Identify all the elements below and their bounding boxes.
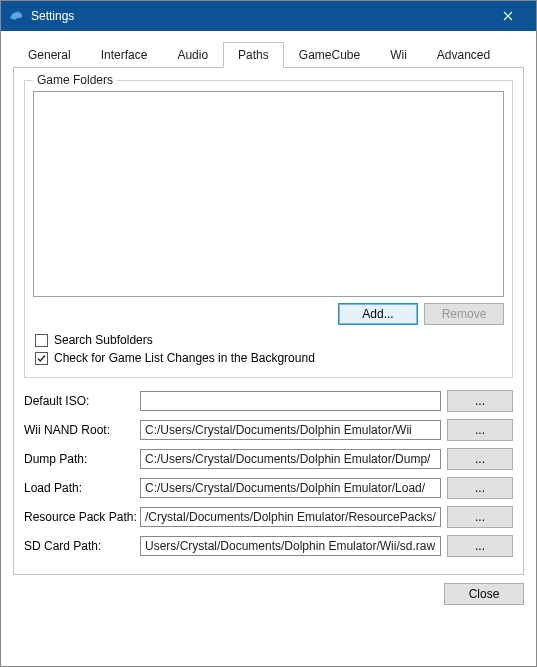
game-folders-group: Game Folders Add... Remove Search Subfol… xyxy=(24,80,513,378)
check-background-checkbox[interactable] xyxy=(35,352,48,365)
dolphin-icon xyxy=(7,7,25,25)
wii-nand-root-browse-button[interactable]: ... xyxy=(447,419,513,441)
default-iso-input[interactable] xyxy=(140,391,441,411)
game-folders-listbox[interactable] xyxy=(33,91,504,297)
resource-pack-path-row: Resource Pack Path: ... xyxy=(24,506,513,528)
add-button[interactable]: Add... xyxy=(338,303,418,325)
sd-card-path-input[interactable] xyxy=(140,536,441,556)
resource-pack-path-input[interactable] xyxy=(140,507,441,527)
sd-card-path-row: SD Card Path: ... xyxy=(24,535,513,557)
search-subfolders-row[interactable]: Search Subfolders xyxy=(33,333,504,347)
tab-gamecube[interactable]: GameCube xyxy=(284,42,375,68)
dump-path-row: Dump Path: ... xyxy=(24,448,513,470)
dump-path-input[interactable] xyxy=(140,449,441,469)
paths-panel: Game Folders Add... Remove Search Subfol… xyxy=(13,68,524,575)
tab-general[interactable]: General xyxy=(13,42,86,68)
search-subfolders-label: Search Subfolders xyxy=(54,333,153,347)
tab-audio[interactable]: Audio xyxy=(162,42,223,68)
dump-path-label: Dump Path: xyxy=(24,452,134,466)
load-path-browse-button[interactable]: ... xyxy=(447,477,513,499)
game-folders-buttons: Add... Remove xyxy=(33,303,504,325)
search-subfolders-checkbox[interactable] xyxy=(35,334,48,347)
tab-interface[interactable]: Interface xyxy=(86,42,163,68)
dump-path-browse-button[interactable]: ... xyxy=(447,448,513,470)
sd-card-path-label: SD Card Path: xyxy=(24,539,134,553)
check-background-row[interactable]: Check for Game List Changes in the Backg… xyxy=(33,351,504,365)
game-folders-legend: Game Folders xyxy=(33,73,117,87)
resource-pack-path-browse-button[interactable]: ... xyxy=(447,506,513,528)
default-iso-browse-button[interactable]: ... xyxy=(447,390,513,412)
default-iso-label: Default ISO: xyxy=(24,394,134,408)
remove-button: Remove xyxy=(424,303,504,325)
tab-strip: General Interface Audio Paths GameCube W… xyxy=(13,41,524,68)
resource-pack-path-label: Resource Pack Path: xyxy=(24,510,134,524)
content-area: General Interface Audio Paths GameCube W… xyxy=(1,31,536,613)
load-path-input[interactable] xyxy=(140,478,441,498)
wii-nand-root-label: Wii NAND Root: xyxy=(24,423,134,437)
titlebar: Settings xyxy=(1,1,536,31)
tab-advanced[interactable]: Advanced xyxy=(422,42,505,68)
wii-nand-root-input[interactable] xyxy=(140,420,441,440)
window-title: Settings xyxy=(31,9,488,23)
wii-nand-root-row: Wii NAND Root: ... xyxy=(24,419,513,441)
check-background-label: Check for Game List Changes in the Backg… xyxy=(54,351,315,365)
close-icon[interactable] xyxy=(488,1,528,31)
load-path-label: Load Path: xyxy=(24,481,134,495)
sd-card-path-browse-button[interactable]: ... xyxy=(447,535,513,557)
tab-paths[interactable]: Paths xyxy=(223,42,284,68)
close-button[interactable]: Close xyxy=(444,583,524,605)
tab-wii[interactable]: Wii xyxy=(375,42,422,68)
default-iso-row: Default ISO: ... xyxy=(24,390,513,412)
dialog-footer: Close xyxy=(13,575,524,605)
load-path-row: Load Path: ... xyxy=(24,477,513,499)
